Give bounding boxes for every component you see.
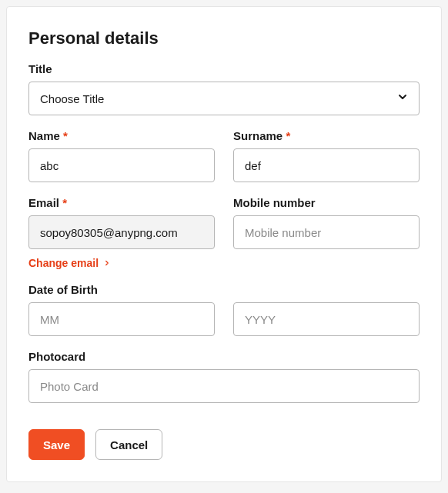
dob-year-input[interactable] [233,302,420,336]
photocard-field-group: Photocard [28,350,420,403]
surname-field-group: Surname * [233,129,420,182]
email-input [28,215,215,249]
change-email-label: Change email [28,257,99,269]
dob-year-group [233,302,420,336]
title-field-group: Title Choose Title [28,62,420,115]
mobile-input[interactable] [233,215,420,249]
surname-input[interactable] [233,148,420,182]
mobile-label: Mobile number [233,196,420,209]
photocard-label: Photocard [28,350,420,363]
name-label: Name * [28,129,215,142]
name-input[interactable] [28,148,215,182]
name-field-group: Name * [28,129,215,182]
button-row: Save Cancel [28,429,420,460]
title-select[interactable]: Choose Title [28,82,420,115]
email-label-text: Email [28,196,59,209]
surname-label: Surname * [233,129,420,142]
title-label: Title [28,62,420,75]
surname-label-text: Surname [233,129,283,142]
save-button[interactable]: Save [28,429,85,460]
name-row: Name * Surname * [28,129,420,182]
email-label: Email * [28,196,215,209]
cancel-button[interactable]: Cancel [95,429,162,460]
dob-field-group: Date of Birth [28,283,420,302]
chevron-right-icon [103,257,111,269]
personal-details-card: Personal details Title Choose Title Name… [6,6,442,482]
dob-label: Date of Birth [28,283,420,296]
page-title: Personal details [28,28,420,48]
name-label-text: Name [28,129,60,142]
mobile-field-group: Mobile number [233,196,420,269]
surname-required-mark: * [286,129,290,142]
photocard-input[interactable] [28,369,420,403]
dob-row [28,302,420,336]
dob-month-group [28,302,215,336]
title-select-wrapper: Choose Title [28,82,420,115]
dob-month-input[interactable] [28,302,215,336]
email-field-group: Email * Change email [28,196,215,269]
name-required-mark: * [63,129,68,142]
email-required-mark: * [62,196,67,209]
email-mobile-row: Email * Change email Mobile number [28,196,420,269]
change-email-link[interactable]: Change email [28,257,215,269]
